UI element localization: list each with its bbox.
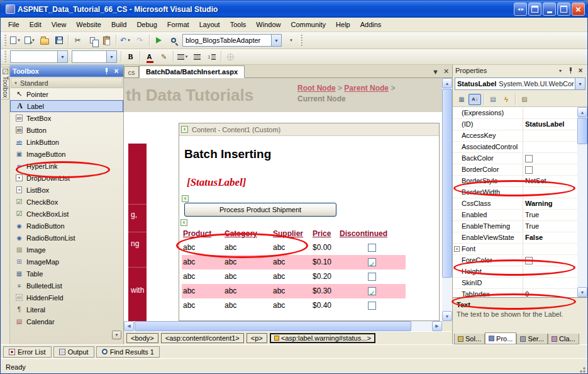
property-row-bordercolor[interactable]: BorderColor: [453, 164, 579, 176]
properties-header[interactable]: Properties ▼: [453, 65, 587, 76]
column-header-discontinued[interactable]: Discontinued: [338, 227, 406, 241]
window-extra-button[interactable]: [528, 3, 541, 16]
toolbar-grip[interactable]: [300, 35, 302, 46]
toolbox-item-pointer[interactable]: ↖Pointer: [10, 88, 123, 100]
property-value[interactable]: 0: [523, 289, 579, 297]
tag-p[interactable]: <p>: [247, 333, 267, 343]
menu-build[interactable]: Build: [106, 19, 131, 30]
table-adapter-combo[interactable]: blog_BlogsTableAdapter ▼: [182, 34, 282, 47]
toolbar-options-button[interactable]: ▼: [284, 33, 298, 47]
vertical-scrollbar[interactable]: ▲ ▼: [442, 78, 452, 321]
restore-button[interactable]: [557, 3, 570, 16]
paste-button[interactable]: [99, 33, 114, 47]
close-icon[interactable]: [576, 66, 585, 75]
close-icon[interactable]: [112, 67, 121, 76]
categorized-button[interactable]: [455, 94, 468, 105]
toolbox-header[interactable]: Toolbox: [10, 65, 123, 77]
undo-button[interactable]: ↶▼: [118, 33, 133, 47]
toolbox-item-checkboxlist[interactable]: ☑CheckBoxList: [10, 208, 123, 220]
combo-dropdown-button[interactable]: ▼: [575, 78, 585, 89]
minimize-button[interactable]: [543, 3, 556, 16]
content-placeholder[interactable]: Content - Content1 (Custom) Batch Insert…: [179, 123, 440, 321]
combo-dropdown-button[interactable]: ▼: [271, 35, 281, 46]
document-tab-partial[interactable]: cs: [124, 66, 139, 77]
toolbar-grip[interactable]: [4, 51, 6, 62]
column-header-product[interactable]: Product: [182, 227, 223, 241]
breadcrumb-parent-link[interactable]: Parent Node: [344, 84, 389, 93]
menu-tools[interactable]: Tools: [225, 19, 252, 30]
tag-body[interactable]: <body>: [126, 333, 158, 343]
status-label-control[interactable]: [StatusLabel]: [187, 176, 246, 189]
tab-error-list[interactable]: Error List: [3, 346, 52, 358]
toolbar-grip[interactable]: [4, 35, 6, 46]
horizontal-scrollbar[interactable]: ◀ ▶: [124, 321, 442, 331]
copy-button[interactable]: [85, 33, 99, 47]
property-value[interactable]: [523, 266, 579, 277]
toolbox-autohide-tab[interactable]: Toolbox: [1, 67, 9, 99]
toolbox-item-calendar[interactable]: ▤Calendar: [10, 315, 123, 327]
properties-view-button[interactable]: [487, 94, 499, 105]
menu-debug[interactable]: Debug: [131, 19, 162, 30]
menu-website[interactable]: Website: [71, 19, 106, 30]
property-row-enableviewstate[interactable]: EnableViewStateFalse: [453, 232, 579, 244]
property-row-height[interactable]: Height: [453, 266, 579, 278]
property-value[interactable]: NotSet: [523, 176, 579, 186]
discontinued-checkbox[interactable]: [368, 258, 376, 266]
window-dock-button[interactable]: [514, 3, 527, 16]
menu-community[interactable]: Community: [286, 19, 331, 30]
scroll-down-button[interactable]: ▼: [442, 311, 452, 321]
document-tab-active[interactable]: BatchData/BatchInsert.aspx: [139, 65, 245, 78]
column-header-category[interactable]: Category: [223, 227, 272, 241]
toolbox-item-image[interactable]: ▨Image: [10, 244, 123, 256]
process-product-shipment-button[interactable]: Process Product Shipment: [184, 203, 336, 217]
combo-dropdown-button[interactable]: ▼: [106, 51, 116, 62]
menu-addins[interactable]: Addins: [355, 19, 387, 30]
property-row-forecolor[interactable]: ForeColor: [453, 255, 579, 266]
toolbox-item-listbox[interactable]: ≡ListBox: [10, 184, 123, 196]
numbered-list-button[interactable]: 1: [204, 50, 219, 64]
property-value[interactable]: [523, 108, 579, 118]
open-file-button[interactable]: [37, 33, 52, 47]
toolbox-item-bulletedlist[interactable]: ≡BulletedList: [10, 280, 123, 292]
redo-button[interactable]: ↷: [133, 33, 147, 47]
discontinued-checkbox[interactable]: [368, 287, 376, 295]
bold-button[interactable]: B: [123, 50, 138, 64]
property-row-tabindex[interactable]: TabIndex0: [453, 289, 579, 297]
menu-file[interactable]: File: [3, 19, 25, 30]
pin-icon[interactable]: [102, 67, 111, 76]
menu-view[interactable]: View: [47, 19, 72, 30]
property-pages-button[interactable]: [518, 94, 531, 105]
toolbox-item-checkbox[interactable]: ☑CheckBox: [10, 196, 123, 208]
toolbox-item-table[interactable]: ▦Table: [10, 268, 123, 280]
bullet-list-button[interactable]: [190, 50, 204, 64]
scroll-right-button[interactable]: ▶: [432, 321, 442, 331]
events-button[interactable]: [500, 94, 513, 105]
property-row-skinid[interactable]: SkinID: [453, 278, 579, 289]
products-gridview[interactable]: Product Category Supplier Price Disconti…: [182, 227, 406, 313]
font-color-button[interactable]: A: [142, 50, 157, 64]
menu-help[interactable]: Help: [331, 19, 355, 30]
column-header-supplier[interactable]: Supplier: [272, 227, 311, 241]
align-button[interactable]: ▼: [175, 50, 190, 64]
design-surface[interactable]: th Data Tutorials Root Node > Parent Nod…: [124, 78, 442, 321]
combo-dropdown-button[interactable]: ▼: [57, 51, 67, 62]
block-format-combo[interactable]: ▼: [10, 50, 68, 63]
smart-tag-glyph[interactable]: [182, 195, 189, 202]
smart-tag-glyph[interactable]: [181, 126, 188, 133]
property-value[interactable]: [523, 278, 579, 288]
new-file-button[interactable]: ▼: [8, 33, 23, 47]
menu-edit[interactable]: Edit: [25, 19, 47, 30]
resize-grip[interactable]: [578, 365, 586, 373]
discontinued-checkbox[interactable]: [368, 244, 376, 252]
tab-class-view[interactable]: Cla...: [548, 334, 579, 344]
toolbox-scroll-down-button[interactable]: ▼: [112, 331, 121, 339]
breadcrumb-root-link[interactable]: Root Node: [297, 84, 336, 93]
save-button[interactable]: [52, 33, 66, 47]
property-value[interactable]: True: [523, 221, 579, 232]
discontinued-checkbox[interactable]: [368, 302, 376, 310]
add-item-button[interactable]: ▼: [23, 33, 37, 47]
properties-scrollbar[interactable]: ▲ ▼: [577, 107, 587, 297]
scroll-up-button[interactable]: ▲: [577, 107, 587, 117]
property-value[interactable]: [523, 130, 579, 141]
scroll-left-button[interactable]: ◀: [124, 321, 134, 331]
